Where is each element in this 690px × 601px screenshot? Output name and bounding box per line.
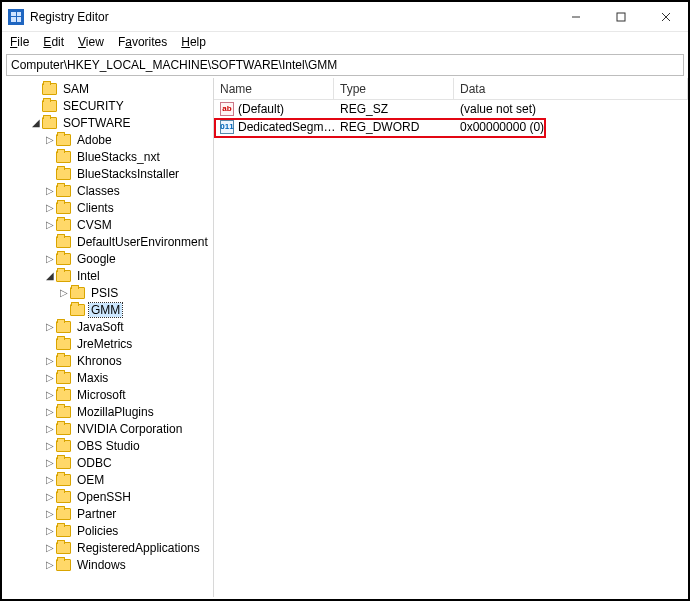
chevron-right-icon[interactable]: ▷: [44, 474, 56, 485]
chevron-right-icon[interactable]: ▷: [44, 185, 56, 196]
chevron-right-icon[interactable]: ▷: [44, 219, 56, 230]
tree-item-bluestacks-nxt[interactable]: ▷BlueStacks_nxt: [2, 148, 213, 165]
tree-item-gmm[interactable]: ▷GMM: [2, 301, 213, 318]
value-row[interactable]: ab(Default)REG_SZ(value not set): [214, 100, 688, 118]
address-bar[interactable]: Computer\HKEY_LOCAL_MACHINE\SOFTWARE\Int…: [6, 54, 684, 76]
tree-item-policies[interactable]: ▷Policies: [2, 522, 213, 539]
chevron-right-icon[interactable]: ▷: [44, 389, 56, 400]
chevron-right-icon[interactable]: ▷: [44, 355, 56, 366]
tree-item-google[interactable]: ▷Google: [2, 250, 213, 267]
folder-icon: [56, 525, 71, 537]
tree-item-label: SECURITY: [61, 99, 126, 113]
tree-item-label: Adobe: [75, 133, 114, 147]
chevron-right-icon[interactable]: ▷: [44, 440, 56, 451]
tree-item-classes[interactable]: ▷Classes: [2, 182, 213, 199]
chevron-right-icon[interactable]: ▷: [44, 491, 56, 502]
address-text: Computer\HKEY_LOCAL_MACHINE\SOFTWARE\Int…: [11, 58, 337, 72]
folder-icon: [56, 406, 71, 418]
tree-item-khronos[interactable]: ▷Khronos: [2, 352, 213, 369]
tree-item-security[interactable]: ▷SECURITY: [2, 97, 213, 114]
chevron-right-icon[interactable]: ▷: [58, 287, 70, 298]
maximize-button[interactable]: [598, 3, 643, 31]
tree-item-sam[interactable]: ▷SAM: [2, 80, 213, 97]
chevron-right-icon[interactable]: ▷: [44, 253, 56, 264]
tree-item-oem[interactable]: ▷OEM: [2, 471, 213, 488]
close-button[interactable]: [643, 3, 688, 31]
value-data: (value not set): [454, 102, 688, 116]
chevron-right-icon[interactable]: ▷: [44, 423, 56, 434]
chevron-down-icon[interactable]: ◢: [44, 270, 56, 281]
svg-rect-1: [617, 13, 625, 21]
folder-icon: [56, 372, 71, 384]
tree-item-label: Policies: [75, 524, 120, 538]
folder-icon: [56, 542, 71, 554]
chevron-right-icon[interactable]: ▷: [44, 202, 56, 213]
tree-item-label: SAM: [61, 82, 91, 96]
tree-item-nvidia-corporation[interactable]: ▷NVIDIA Corporation: [2, 420, 213, 437]
tree-item-jremetrics[interactable]: ▷JreMetrics: [2, 335, 213, 352]
menu-edit[interactable]: Edit: [43, 35, 64, 49]
tree-item-psis[interactable]: ▷PSIS: [2, 284, 213, 301]
chevron-right-icon[interactable]: ▷: [44, 406, 56, 417]
tree-item-cvsm[interactable]: ▷CVSM: [2, 216, 213, 233]
chevron-right-icon[interactable]: ▷: [44, 542, 56, 553]
tree-item-partner[interactable]: ▷Partner: [2, 505, 213, 522]
chevron-right-icon[interactable]: ▷: [44, 525, 56, 536]
tree-item-registeredapplications[interactable]: ▷RegisteredApplications: [2, 539, 213, 556]
chevron-down-icon[interactable]: ◢: [30, 117, 42, 128]
tree-item-windows[interactable]: ▷Windows: [2, 556, 213, 573]
tree-item-intel[interactable]: ◢Intel: [2, 267, 213, 284]
chevron-right-icon[interactable]: ▷: [44, 559, 56, 570]
column-name[interactable]: Name: [214, 78, 334, 99]
chevron-right-icon[interactable]: ▷: [44, 134, 56, 145]
titlebar: Registry Editor: [2, 2, 688, 32]
menu-favorites[interactable]: Favorites: [118, 35, 167, 49]
tree-item-adobe[interactable]: ▷Adobe: [2, 131, 213, 148]
tree-item-javasoft[interactable]: ▷JavaSoft: [2, 318, 213, 335]
tree-item-maxis[interactable]: ▷Maxis: [2, 369, 213, 386]
value-name: (Default): [238, 102, 284, 116]
minimize-button[interactable]: [553, 3, 598, 31]
chevron-right-icon[interactable]: ▷: [44, 457, 56, 468]
tree-item-openssh[interactable]: ▷OpenSSH: [2, 488, 213, 505]
tree-item-bluestacksinstaller[interactable]: ▷BlueStacksInstaller: [2, 165, 213, 182]
chevron-right-icon[interactable]: ▷: [44, 321, 56, 332]
content-area: ▷SAM▷SECURITY◢SOFTWARE▷Adobe▷BlueStacks_…: [2, 78, 688, 597]
tree-item-odbc[interactable]: ▷ODBC: [2, 454, 213, 471]
tree-item-defaultuserenvironment[interactable]: ▷DefaultUserEnvironment: [2, 233, 213, 250]
chevron-right-icon[interactable]: ▷: [44, 508, 56, 519]
menu-help[interactable]: Help: [181, 35, 206, 49]
menubar: File Edit View Favorites Help: [2, 32, 688, 52]
value-type: REG_DWORD: [334, 120, 454, 134]
window-title: Registry Editor: [30, 10, 109, 24]
column-data[interactable]: Data: [454, 78, 688, 99]
tree-item-label: PSIS: [89, 286, 120, 300]
chevron-right-icon[interactable]: ▷: [44, 372, 56, 383]
value-data: 0x00000000 (0): [454, 120, 688, 134]
column-type[interactable]: Type: [334, 78, 454, 99]
tree-item-mozillaplugins[interactable]: ▷MozillaPlugins: [2, 403, 213, 420]
tree-item-clients[interactable]: ▷Clients: [2, 199, 213, 216]
menu-file[interactable]: File: [10, 35, 29, 49]
value-row[interactable]: 011DedicatedSegm…REG_DWORD0x00000000 (0): [214, 118, 688, 136]
tree-item-label: Microsoft: [75, 388, 128, 402]
tree-item-label: Maxis: [75, 371, 110, 385]
tree-item-label: SOFTWARE: [61, 116, 133, 130]
tree-item-label: JavaSoft: [75, 320, 126, 334]
tree-item-label: GMM: [89, 303, 122, 317]
tree-item-label: Windows: [75, 558, 128, 572]
folder-icon: [56, 474, 71, 486]
folder-icon: [56, 440, 71, 452]
folder-icon: [56, 423, 71, 435]
values-panel[interactable]: Name Type Data ab(Default)REG_SZ(value n…: [214, 78, 688, 597]
regedit-icon: [8, 9, 24, 25]
tree-item-software[interactable]: ◢SOFTWARE: [2, 114, 213, 131]
menu-view[interactable]: View: [78, 35, 104, 49]
tree-item-obs-studio[interactable]: ▷OBS Studio: [2, 437, 213, 454]
tree-panel[interactable]: ▷SAM▷SECURITY◢SOFTWARE▷Adobe▷BlueStacks_…: [2, 78, 214, 597]
tree-item-microsoft[interactable]: ▷Microsoft: [2, 386, 213, 403]
folder-icon: [42, 83, 57, 95]
folder-icon: [56, 253, 71, 265]
folder-icon: [56, 559, 71, 571]
tree-item-label: Google: [75, 252, 118, 266]
